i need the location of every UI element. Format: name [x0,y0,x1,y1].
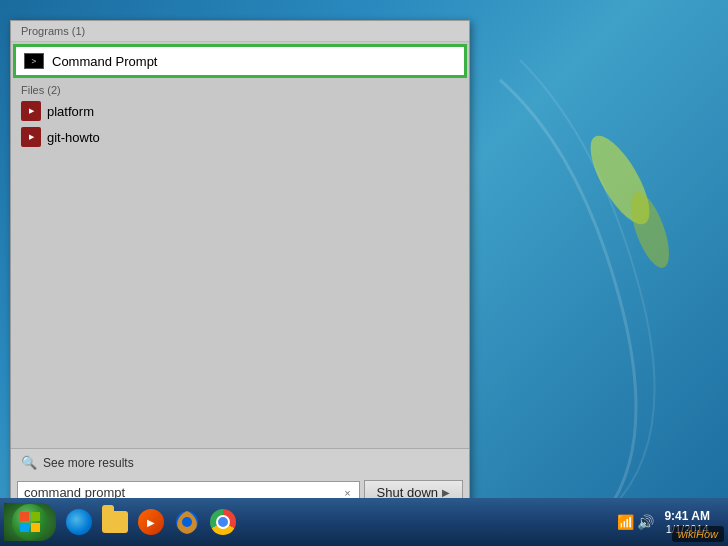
desktop: Programs (1) Command Prompt Files (2) pl… [0,0,728,546]
svg-point-0 [579,128,660,233]
menu-content: Files (2) platform git-howto [11,80,469,448]
folder-icon [102,511,128,533]
svg-rect-3 [31,512,40,521]
tray-network-icon: 📶 [617,514,634,530]
firefox-icon [174,509,200,535]
cmd-icon [24,53,44,69]
shutdown-arrow-icon: ▶ [442,487,450,498]
file-item-platform[interactable]: platform [11,98,469,124]
svg-point-7 [182,517,192,527]
start-orb [12,504,48,540]
taskbar-chrome-button[interactable] [206,505,240,539]
file-label-platform: platform [47,104,94,119]
taskbar: ▶ 📶 🔊 9:41 AM 1/1/2014 [0,498,728,546]
tray-icons: 📶 🔊 [617,514,654,530]
taskbar-firefox-button[interactable] [170,505,204,539]
tray-volume-icon: 🔊 [637,514,654,530]
file-icon-platform [21,101,41,121]
command-prompt-item[interactable]: Command Prompt [13,44,467,78]
taskbar-folder-button[interactable] [98,505,132,539]
see-more-results[interactable]: 🔍 See more results [11,449,469,476]
windows-logo [19,511,41,533]
ie-icon [66,509,92,535]
wikihow-watermark: wikiHow [672,526,724,542]
search-icon: 🔍 [21,455,37,470]
wikihow-prefix: wiki [678,528,696,540]
clock-time: 9:41 AM [664,509,710,523]
wikihow-brand: How [696,528,718,540]
programs-header: Programs (1) [11,21,469,42]
files-header: Files (2) [11,80,469,98]
svg-rect-2 [20,512,29,521]
file-item-git-howto[interactable]: git-howto [11,124,469,150]
file-icon-git-howto [21,127,41,147]
svg-rect-4 [20,523,29,532]
svg-rect-5 [31,523,40,532]
see-more-label: See more results [43,456,134,470]
svg-point-1 [623,188,677,273]
start-menu: Programs (1) Command Prompt Files (2) pl… [10,20,470,510]
start-button[interactable] [4,503,56,541]
taskbar-ie-button[interactable] [62,505,96,539]
chrome-icon [210,509,236,535]
media-icon: ▶ [138,509,164,535]
search-clear-button[interactable]: × [342,487,352,499]
command-prompt-label: Command Prompt [52,54,157,69]
file-label-git-howto: git-howto [47,130,100,145]
taskbar-media-button[interactable]: ▶ [134,505,168,539]
